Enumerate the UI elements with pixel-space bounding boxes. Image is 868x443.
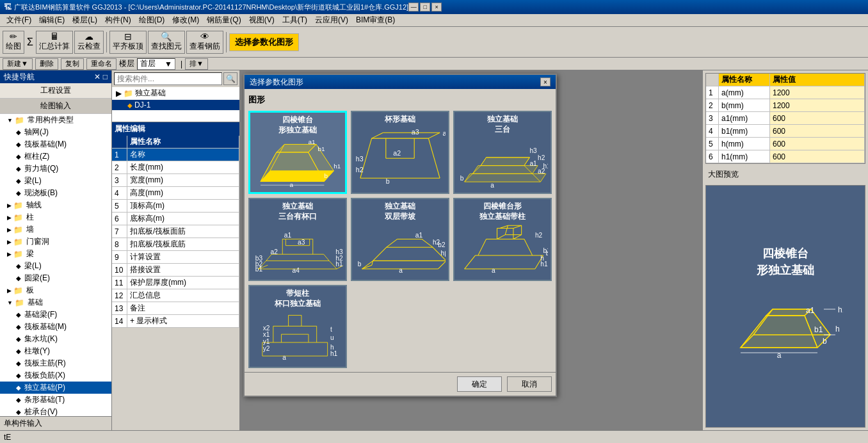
tree-item-L[interactable]: ◆梁(L) bbox=[0, 260, 111, 272]
shape-card-shape7[interactable]: 带短柱 杯口独立基础tuahh1x2x1y1y2 bbox=[248, 285, 347, 368]
svg-text:a2: a2 bbox=[538, 168, 545, 175]
props-row-4[interactable]: 4高度(mm) bbox=[112, 187, 239, 200]
tree-item-T[interactable]: ◆条形基础(T) bbox=[0, 394, 111, 406]
menu-item-Q[interactable]: 钢筋量(Q) bbox=[203, 14, 245, 26]
section-engineering[interactable]: 工程设置 bbox=[0, 83, 111, 99]
svg-text:a3: a3 bbox=[298, 239, 305, 246]
search-button[interactable]: 🔍 bbox=[223, 72, 237, 85]
toolbar-flat-btn[interactable]: ⊟ 平齐板顶 bbox=[109, 31, 147, 54]
tree-item-[interactable]: ▶📁轴线 bbox=[0, 199, 111, 211]
shape-card-shape6[interactable]: 四棱锥台形 独立基础带柱b1hh1h2ab bbox=[453, 198, 552, 281]
props-row-9[interactable]: 9计算设置 bbox=[112, 251, 239, 264]
tree-item-[interactable]: ▶📁梁 bbox=[0, 248, 111, 260]
toolbar-sum-btn[interactable]: 🖩 汇总计算 bbox=[36, 31, 73, 54]
menu-item-N[interactable]: 构件(N) bbox=[101, 14, 135, 26]
menu-item-D[interactable]: 绘图(D) bbox=[135, 14, 169, 26]
section-drawing[interactable]: 绘图输入 bbox=[0, 99, 111, 114]
tree-item-M[interactable]: ◆筏板基础(M) bbox=[0, 138, 111, 150]
toolbar-view-btn[interactable]: 👁 查看钢筋 bbox=[186, 31, 223, 54]
right-props-row-5[interactable]: 5h(mm)600 bbox=[706, 138, 865, 150]
delete-btn[interactable]: 删除 bbox=[35, 58, 58, 70]
props-tree-folder[interactable]: ▶ 📁 独立基础 bbox=[112, 87, 239, 100]
menu-item-L[interactable]: 楼层(L) bbox=[68, 14, 101, 26]
tree-item-M[interactable]: ◆筏板基础(M) bbox=[0, 321, 111, 333]
tree-item-Z[interactable]: ◆框柱(Z) bbox=[0, 150, 111, 163]
floor-dropdown[interactable]: 首层 ▼ bbox=[137, 58, 175, 70]
props-row-2[interactable]: 2长度(mm) bbox=[112, 161, 239, 174]
props-row-12[interactable]: 12汇总信息 bbox=[112, 289, 239, 302]
confirm-btn[interactable]: 确定 bbox=[457, 376, 502, 392]
tree-item-[interactable]: ▼📁常用构件类型 bbox=[0, 114, 111, 126]
menu-item-V[interactable]: 视图(V) bbox=[245, 14, 278, 26]
tree-item-Y[interactable]: ◆柱墩(Y) bbox=[0, 345, 111, 357]
cancel-btn[interactable]: 取消 bbox=[507, 376, 552, 392]
tree-item-R[interactable]: ◆筏板主筋(R) bbox=[0, 357, 111, 369]
right-props-row-6[interactable]: 6h1(mm)600 bbox=[706, 150, 865, 163]
toolbar-draw-btn[interactable]: ✏ 绘图 bbox=[3, 31, 24, 54]
tree-item-V[interactable]: ◆桩承台(V) bbox=[0, 406, 111, 416]
props-row-5[interactable]: 5顶标高(m) bbox=[112, 200, 239, 213]
tree-item-[interactable]: ▶📁门窗洞 bbox=[0, 236, 111, 248]
tree-item-L[interactable]: ◆梁(L) bbox=[0, 175, 111, 187]
tree-item-J[interactable]: ◆轴网(J) bbox=[0, 126, 111, 138]
bottom-panel[interactable]: 单构件输入 bbox=[0, 416, 112, 430]
tree-item-E[interactable]: ◆圆梁(E) bbox=[0, 272, 111, 284]
props-row-8[interactable]: 8扣底板/筏板底筋 bbox=[112, 238, 239, 251]
menu-item-E[interactable]: 编辑(E) bbox=[35, 14, 68, 26]
tree-item-K[interactable]: ◆集水坑(K) bbox=[0, 333, 111, 345]
props-row-11[interactable]: 11保护层厚度(mm) bbox=[112, 277, 239, 289]
new-btn[interactable]: 新建▼ bbox=[3, 58, 33, 70]
right-props-row-4[interactable]: 4b1(mm)600 bbox=[706, 125, 865, 138]
dialog-title-text: 选择参数化图形 bbox=[250, 77, 303, 88]
props-row-7[interactable]: 7扣底板/筏板面筋 bbox=[112, 225, 239, 238]
tree-item-P[interactable]: ◆独立基础(P) bbox=[0, 382, 111, 394]
svg-line-19 bbox=[372, 133, 383, 138]
props-row-1[interactable]: 1名称 bbox=[112, 149, 239, 161]
tree-item-[interactable]: ▼📁基础 bbox=[0, 296, 111, 309]
tree-item-[interactable]: ▶📁墙 bbox=[0, 223, 111, 236]
props-row-10[interactable]: 10搭接设置 bbox=[112, 264, 239, 277]
tree-item-label: 圆梁(E) bbox=[24, 273, 50, 284]
tree-item-Q[interactable]: ◆剪力墙(Q) bbox=[0, 163, 111, 175]
props-table-header: 属性名称 bbox=[112, 136, 239, 149]
item-icon: ◆ bbox=[16, 189, 21, 197]
shape-card-shape3[interactable]: 独立基础 三台ah1h2h3a1a2b bbox=[453, 111, 552, 194]
maximize-btn[interactable]: □ bbox=[420, 3, 430, 12]
shape-card-shape1[interactable]: 四棱锥台 形独立基础a1b1h1ba bbox=[248, 111, 347, 194]
tree-item-F[interactable]: ◆基础梁(F) bbox=[0, 309, 111, 321]
right-props-row-1[interactable]: 1a(mm)1200 bbox=[706, 86, 865, 99]
close-btn[interactable]: × bbox=[431, 3, 442, 12]
dialog-close-btn[interactable]: × bbox=[540, 77, 551, 86]
tree-item-[interactable]: ▶📁柱 bbox=[0, 211, 111, 223]
minimize-btn[interactable]: — bbox=[408, 3, 419, 12]
right-props-row-3[interactable]: 3a1(mm)600 bbox=[706, 112, 865, 125]
toolbar-cloud-btn[interactable]: ☁ 云检查 bbox=[74, 31, 104, 54]
tree-item-[interactable]: ▶📁板 bbox=[0, 284, 111, 296]
tree-item-B[interactable]: ◆现浇板(B) bbox=[0, 187, 111, 199]
props-tree-item-dj1[interactable]: ◆ DJ-1 bbox=[112, 100, 239, 111]
toolbar-find-btn[interactable]: 🔍 查找图元 bbox=[148, 31, 185, 54]
props-row-6[interactable]: 6底标高(m) bbox=[112, 213, 239, 225]
sort-btn[interactable]: 排▼ bbox=[185, 58, 208, 70]
rename-btn[interactable]: 重命名 bbox=[86, 58, 117, 70]
shape-image-shape3: ah1h2h3a1a2b bbox=[457, 136, 548, 190]
props-row-14[interactable]: 14+ 显示样式 bbox=[112, 315, 239, 328]
copy-btn[interactable]: 复制 bbox=[61, 58, 84, 70]
props-row-3[interactable]: 3宽度(mm) bbox=[112, 174, 239, 187]
menu-item-M[interactable]: 修改(M) bbox=[168, 14, 203, 26]
menu-item-V[interactable]: 云应用(V) bbox=[311, 14, 352, 26]
shape-card-shape5[interactable]: 独立基础 双层带坡h1h2baa1bb1b2 bbox=[351, 198, 449, 281]
nav-panel-controls[interactable]: ✕ □ bbox=[94, 72, 108, 81]
shape-card-shape2[interactable]: 杯形基础h3h2a2a3ba1 bbox=[351, 111, 449, 194]
menu-item-F[interactable]: 文件(F) bbox=[3, 14, 35, 26]
menu-item-T[interactable]: 工具(T) bbox=[278, 14, 311, 26]
right-props-row-2[interactable]: 2b(mm)1200 bbox=[706, 99, 865, 112]
item-icon: ◆ bbox=[16, 408, 21, 415]
shape-card-shape4[interactable]: 独立基础 三台有杯口b3b2b1a1a3a2a4h3h2h1 bbox=[248, 198, 347, 281]
menu-item-BIMB[interactable]: BIM审查(B) bbox=[352, 14, 399, 26]
search-input[interactable] bbox=[114, 72, 222, 85]
app-icon: 🏗 bbox=[4, 3, 12, 12]
svg-marker-141 bbox=[766, 309, 811, 316]
props-row-13[interactable]: 13备注 bbox=[112, 302, 239, 315]
tree-item-X[interactable]: ◆筏板负筋(X) bbox=[0, 369, 111, 382]
